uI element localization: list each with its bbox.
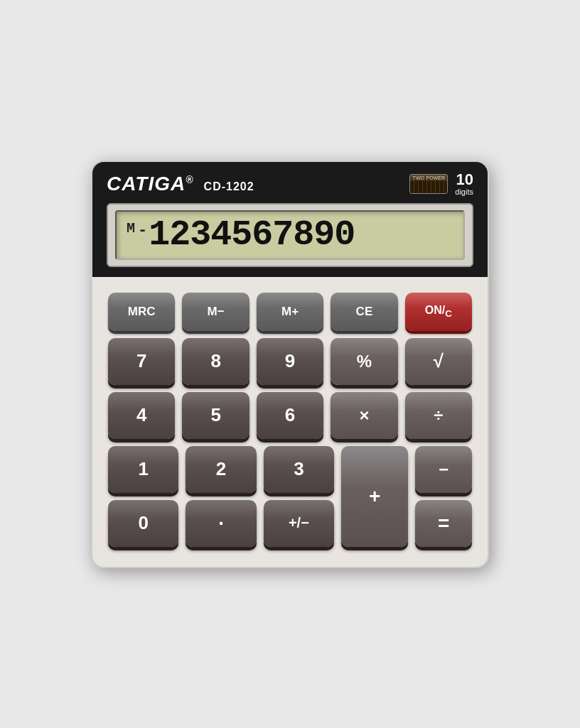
left-num-cols: 1 2 3 0 · +/− [108,446,334,547]
solar-cells [410,181,447,193]
button-9[interactable]: 9 [257,338,323,385]
button-3[interactable]: 3 [264,446,334,493]
display-m-indicator: M [127,220,135,237]
mrc-button[interactable]: MRC [108,293,175,331]
display-value: 1234567890 [149,217,355,253]
digits-text: digits [455,188,473,196]
row-789: 7 8 9 % √ [108,338,472,385]
top-bar: CATIGA® CD-1202 TWOPOWER 10 digits [107,172,473,196]
m-minus-button[interactable]: M− [182,293,249,331]
m-plus-button[interactable]: M+ [257,293,323,331]
button-1[interactable]: 1 [108,446,178,493]
tall-plus-col: + [341,446,408,547]
on-c-button[interactable]: ON/C [405,293,472,331]
calculator-body: CATIGA® CD-1202 TWOPOWER 10 digits [91,161,489,568]
button-8[interactable]: 8 [182,338,249,385]
button-0[interactable]: 0 [108,500,178,547]
row-456: 4 5 6 × ÷ [108,392,472,439]
button-5[interactable]: 5 [182,392,249,439]
multiply-button[interactable]: × [331,392,397,439]
equals-button[interactable]: = [415,500,472,547]
minus-button[interactable]: − [415,446,472,493]
bottom-group: 1 2 3 0 · +/− + − = [108,446,472,547]
ce-button[interactable]: CE [331,293,397,331]
plus-minus-button[interactable]: +/− [264,500,334,547]
divide-button[interactable]: ÷ [405,392,472,439]
memory-row: MRC M− M+ CE ON/C [108,293,472,331]
top-panel: CATIGA® CD-1202 TWOPOWER 10 digits [92,162,488,277]
brand-name: CATIGA® [107,173,194,195]
sqrt-button[interactable]: √ [405,338,472,385]
brand-area: CATIGA® CD-1202 [107,173,254,195]
button-6[interactable]: 6 [257,392,323,439]
button-area: MRC M− M+ CE ON/C 7 8 9 % √ 4 5 6 × ÷ 1 [92,277,488,547]
button-2[interactable]: 2 [186,446,256,493]
solar-label: TWOPOWER [410,175,447,181]
right-op-col: − = [415,446,472,547]
button-dot[interactable]: · [186,500,256,547]
display-minus-indicator: - [138,222,147,239]
digits-label: 10 digits [455,172,473,196]
plus-sign: + [369,485,380,508]
button-7[interactable]: 7 [108,338,175,385]
row-0dot: 0 · +/− [108,500,334,547]
model-name: CD-1202 [204,180,254,193]
display-wrapper: M - 1234567890 [107,203,473,267]
plus-button[interactable]: + [341,446,408,547]
top-right: TWOPOWER 10 digits [409,172,473,196]
percent-button[interactable]: % [331,338,397,385]
display-screen: M - 1234567890 [115,210,465,260]
row-123: 1 2 3 [108,446,334,493]
button-4[interactable]: 4 [108,392,175,439]
solar-panel: TWOPOWER [409,174,448,194]
digits-number: 10 [455,172,473,188]
